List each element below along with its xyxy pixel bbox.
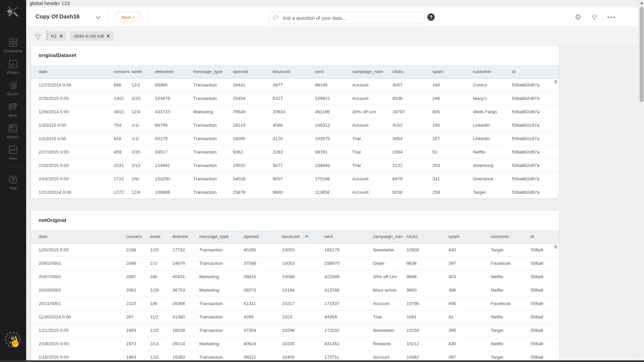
search-input[interactable] [283,15,421,21]
sort-ascending-indicator[interactable] [303,232,311,241]
table-cell: 1031 [114,163,131,168]
table-cell: 11/2 [150,314,172,319]
column-header-date[interactable]: date [39,234,126,239]
column-header-clicks[interactable]: clicks [407,234,448,239]
chevron-down-icon[interactable] [96,16,101,19]
column-header-convers[interactable]: convers [126,234,150,239]
remove-filter-icon[interactable]: ✕ [59,34,63,39]
filter-chip-fs1[interactable]: fs1 ✕ [46,31,66,41]
app-window: Dashboards Widgets Queries [0,0,644,362]
column-header-delivere[interactable]: delivere [172,234,199,239]
table-cell: 10296 [282,328,324,333]
gear-icon[interactable]: ⚙ [575,13,581,21]
table-cell: 556a882d97a [512,96,559,101]
table-cell: 259 [432,190,473,195]
sidebar-item-widgets[interactable]: Widgets [0,56,26,78]
column-header-bounced[interactable]: bounced [273,69,315,74]
dashboards-grid-icon [8,38,18,48]
help-badge[interactable]: ? [427,13,435,21]
column-header-message_type[interactable]: message_type [199,234,244,239]
alerts-image-icon [8,102,18,112]
sidebar-item-reports[interactable]: Reports [0,121,26,142]
table-cell: 17732 [172,247,199,252]
column-header-week[interactable]: week [150,234,172,239]
app-logo-icon[interactable] [6,3,20,19]
table-cell: 20/07/0002 [39,274,126,279]
reports-clock-icon [8,123,18,133]
column-header-message_type[interactable]: message_type [193,69,233,74]
sidebar-item-queries[interactable]: Queries [0,78,26,99]
column-header-sent[interactable]: sent [324,234,373,239]
table-cell: Facebook [491,261,531,266]
table-row: 1/3/2015 0:007541/1/94795Transaction1621… [31,119,559,132]
column-header-id[interactable]: id [512,69,559,74]
column-header-spam[interactable]: spam [432,69,473,74]
column-header-campaign_nan[interactable]: campaign_nan [373,234,407,239]
column-header-campaign_nam[interactable]: campaign_nam [352,69,392,74]
table-cell: Account [373,301,407,306]
table-cell: 100312 [315,123,352,128]
column-header-spam[interactable]: spam [448,234,491,239]
table-row: 11/30/2014 0:0020711/241380Transaction42… [31,310,559,324]
column-header-clicks[interactable]: clicks [392,69,432,74]
table-cell: 37588 [244,261,282,266]
table-scrollbar-thumb[interactable] [554,80,557,84]
ellipsis-icon[interactable] [607,16,615,18]
table-cell: 40431 [172,274,199,279]
column-header-sent[interactable]: sent [315,69,352,74]
table-cell: 556a8 [531,288,559,293]
funnel-icon[interactable] [591,13,598,21]
column-header-id[interactable]: id [531,234,559,239]
table-cell: Transaction [193,96,233,101]
table-cell: 459 [114,149,131,155]
widget-title: originalDataset [31,46,559,65]
column-header-opened[interactable]: opened [244,234,282,239]
table-cell: 556a8 [531,261,559,266]
new-button[interactable]: New + [116,12,141,22]
scrollbar-up-arrow-icon[interactable] [640,2,643,4]
table-cell: 12/4 [131,190,155,195]
table-cell: 11/30/2014 0:00 [39,314,126,319]
table-cell: 1/29 [150,288,172,293]
table-row: 2/20/2015 0:0010312/13124682Transaction1… [31,159,559,172]
table-cell: 37354 [244,328,282,333]
table-cell: 20/11/0001 [39,301,126,306]
table-cell: 39815 [244,274,282,279]
column-header-date[interactable]: date [39,69,114,74]
table-cell: 16095 [233,136,273,141]
table-cell: 1/8/ [150,301,172,306]
column-header-customer[interactable]: customer [473,69,512,74]
sidebar-item-label: Widgets [7,71,19,74]
column-header-delivered[interactable]: delivered [155,69,193,74]
column-header-customer[interactable]: customer [491,234,531,239]
sidebar-item-dashboards[interactable]: Dashboards [0,35,26,56]
table-cell: 3810 [114,109,131,114]
table-cell: 207 [126,314,150,319]
sidebar-item-more[interactable]: More [0,142,26,164]
table-scrollbar-thumb[interactable] [554,245,557,249]
sidebar-item-alerts[interactable]: Alerts [0,99,26,121]
remove-filter-icon[interactable]: ✕ [107,34,110,39]
table-cell: Target [491,247,531,252]
page-scrollbar-thumb[interactable] [640,7,644,102]
table-cell: 556a882c97a [512,136,559,141]
filter-chip-clicks-not-null[interactable]: clicks is not null ✕ [70,31,113,41]
dashboard-title[interactable]: Copy Of Dash16 [36,13,79,20]
header-divider [148,7,149,27]
table-cell: 461196 [315,109,352,114]
filter-funnel-icon[interactable] [34,32,42,41]
table-cell: Transaction [199,261,244,266]
table-row: 12/10/2014 0:00127212/4109806Transaction… [31,186,559,199]
column-header-opened[interactable]: opened [233,69,273,74]
table-cell: 10212 [407,341,448,346]
table-cell: 10335 [282,341,324,346]
table-cell: 2/13 [131,163,155,168]
search-box[interactable] [268,12,425,24]
column-header-convers[interactable]: convers [114,69,131,74]
table-cell: 1/15 [150,355,172,360]
table-cell: 386 [448,288,491,293]
column-header-bounced[interactable]: bounced [282,232,324,241]
sidebar-item-help[interactable]: ? Help [0,172,26,193]
table-cell: 4088 [273,123,315,128]
column-header-week[interactable]: week [131,69,155,74]
